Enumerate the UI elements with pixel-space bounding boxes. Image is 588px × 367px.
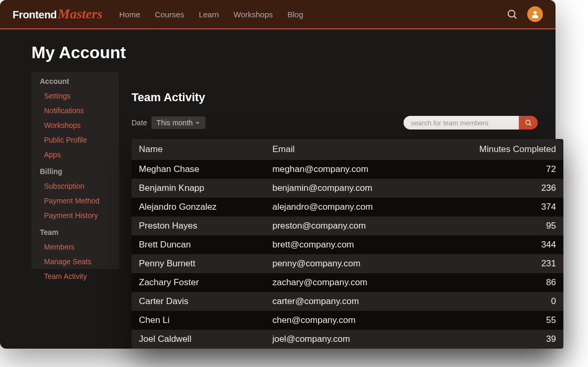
cell-email: preston@company.com <box>265 217 431 235</box>
cell-email: meghan@company.com <box>265 160 431 179</box>
table-row: Meghan Chasemeghan@company.com72 <box>132 160 563 179</box>
cell-name: Meghan Chase <box>132 160 265 179</box>
cell-email: carter@company.com <box>265 292 431 311</box>
activity-table: Name Email Minutes Completed Meghan Chas… <box>132 139 563 349</box>
nav-courses[interactable]: Courses <box>155 10 184 19</box>
member-search-button[interactable] <box>519 116 538 129</box>
cell-name: Zachary Foster <box>132 273 265 292</box>
sidebar-public-profile[interactable]: Public Profile <box>31 133 119 147</box>
cell-name: Chen Li <box>132 311 265 330</box>
nav-workshops[interactable]: Workshops <box>234 10 273 19</box>
col-name[interactable]: Name <box>132 139 265 160</box>
sidebar-apps[interactable]: Apps <box>31 147 119 162</box>
cell-email: benjamin@company.com <box>265 179 431 198</box>
chevron-down-icon <box>195 118 200 127</box>
col-email[interactable]: Email <box>265 139 431 160</box>
brand-second: Masters <box>58 6 102 22</box>
cell-name: Preston Hayes <box>132 217 265 235</box>
svg-line-4 <box>530 124 531 126</box>
svg-point-3 <box>526 120 530 124</box>
topbar-right <box>506 6 543 22</box>
cell-name: Brett Duncan <box>132 235 265 254</box>
sidebar-team-activity[interactable]: Team Activity <box>31 269 119 284</box>
cell-minutes: 344 <box>431 235 563 254</box>
sidebar-members[interactable]: Members <box>31 240 119 254</box>
top-navbar: Frontend Masters Home Courses Learn Work… <box>0 0 556 28</box>
cell-email: penny@company.com <box>265 254 431 273</box>
cell-name: Penny Burnett <box>132 254 265 273</box>
table-row: Brett Duncanbrett@company.com344 <box>132 235 563 254</box>
member-search <box>404 116 538 129</box>
primary-nav: Home Courses Learn Workshops Blog <box>119 10 303 19</box>
nav-learn[interactable]: Learn <box>199 10 219 19</box>
cell-email: zachary@company.com <box>265 273 431 292</box>
cell-minutes: 72 <box>431 160 563 179</box>
member-search-input[interactable] <box>404 116 519 129</box>
svg-point-0 <box>508 10 515 17</box>
nav-home[interactable]: Home <box>119 10 140 19</box>
table-row: Carter Daviscarter@company.com0 <box>132 292 563 311</box>
date-filter: Date This month <box>132 116 205 129</box>
user-avatar[interactable] <box>527 6 543 22</box>
cell-email: chen@company.com <box>265 311 431 330</box>
table-row: Alejandro Gonzalezalejandro@company.com3… <box>132 198 563 217</box>
cell-minutes: 236 <box>431 179 563 198</box>
nav-blog[interactable]: Blog <box>288 10 303 19</box>
date-filter-select[interactable]: This month <box>151 116 205 129</box>
cell-email: alejandro@company.com <box>265 198 431 217</box>
account-sidebar: Account Settings Notifications Workshops… <box>31 72 119 349</box>
cell-minutes: 95 <box>431 217 563 235</box>
table-row: Penny Burnettpenny@company.com231 <box>132 254 563 273</box>
sidebar-head-team: Team <box>31 223 119 240</box>
cell-name: Benjamin Knapp <box>132 179 265 198</box>
cell-name: Carter Davis <box>132 292 265 311</box>
brand-logo[interactable]: Frontend Masters <box>13 6 103 22</box>
content-heading: Team Activity <box>132 91 556 104</box>
sidebar-settings[interactable]: Settings <box>31 89 119 103</box>
table-row: Chen Lichen@company.com55 <box>132 311 563 330</box>
svg-line-1 <box>514 16 516 18</box>
cell-minutes: 55 <box>431 311 563 330</box>
date-filter-value: This month <box>157 118 193 127</box>
cell-minutes: 374 <box>431 198 563 217</box>
table-row: Preston Hayespreston@company.com95 <box>132 217 563 235</box>
activity-table-wrap: Name Email Minutes Completed Meghan Chas… <box>132 139 563 349</box>
col-minutes[interactable]: Minutes Completed <box>431 139 563 160</box>
cell-minutes: 86 <box>431 273 563 292</box>
main-layout: Account Settings Notifications Workshops… <box>0 72 556 349</box>
page-title: My Account <box>0 28 556 72</box>
cell-minutes: 0 <box>431 292 563 311</box>
search-icon[interactable] <box>506 8 518 20</box>
brand-first: Frontend <box>13 9 57 21</box>
sidebar-manage-seats[interactable]: Manage Seats <box>31 254 119 269</box>
cell-email: joel@company.com <box>265 330 431 349</box>
table-row: Zachary Fosterzachary@company.com86 <box>132 273 563 292</box>
cell-minutes: 39 <box>431 330 563 349</box>
content-toolbar: Date This month <box>132 116 556 129</box>
sidebar-payment-history[interactable]: Payment History <box>31 208 119 223</box>
sidebar-notifications[interactable]: Notifications <box>31 103 119 118</box>
sidebar-head-billing: Billing <box>31 162 119 179</box>
table-header-row: Name Email Minutes Completed <box>132 139 563 160</box>
content-area: Team Activity Date This month <box>119 72 556 349</box>
cell-minutes: 231 <box>431 254 563 273</box>
date-filter-label: Date <box>132 118 147 127</box>
sidebar-workshops[interactable]: Workshops <box>31 118 119 133</box>
cell-email: brett@company.com <box>265 235 431 254</box>
table-row: Joel Caldwelljoel@company.com39 <box>132 330 563 349</box>
sidebar-subscription[interactable]: Subscription <box>31 179 119 193</box>
cell-name: Joel Caldwell <box>132 330 265 349</box>
sidebar-head-account: Account <box>31 72 119 89</box>
cell-name: Alejandro Gonzalez <box>132 198 265 217</box>
sidebar-payment-method[interactable]: Payment Method <box>31 193 119 208</box>
app-window: Frontend Masters Home Courses Learn Work… <box>0 0 556 349</box>
table-row: Benjamin Knappbenjamin@company.com236 <box>132 179 563 198</box>
svg-point-2 <box>533 11 537 14</box>
